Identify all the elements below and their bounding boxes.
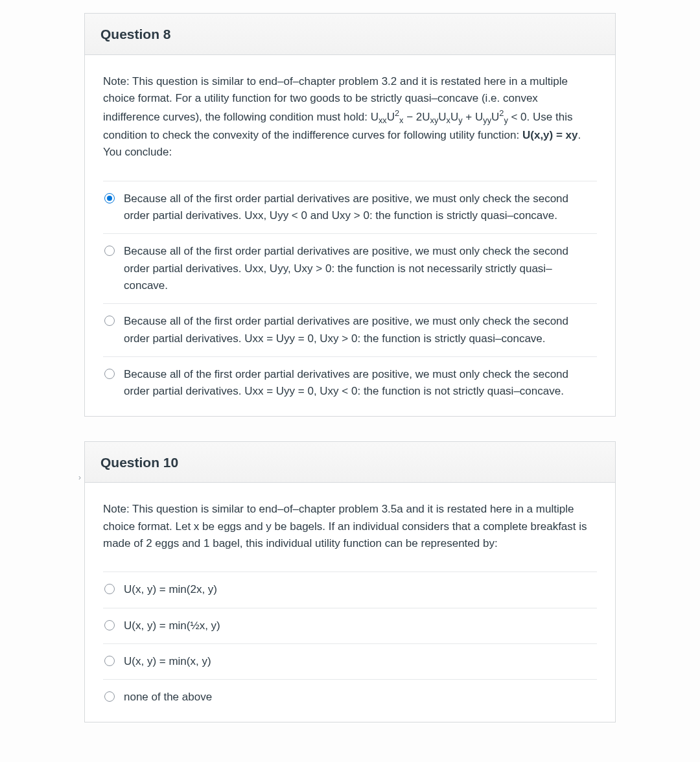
answer-options: U(x, y) = min(2x, y) U(x, y) = min(½x, y… bbox=[103, 572, 597, 715]
question-wrap-10: › Question 10 Note: This question is sim… bbox=[75, 441, 625, 722]
option-label: none of the above bbox=[124, 689, 593, 706]
question-card-8: Question 8 Note: This question is simila… bbox=[84, 13, 616, 417]
radio-icon[interactable] bbox=[104, 584, 115, 594]
question-prompt: Note: This question is similar to end–of… bbox=[103, 73, 597, 161]
answer-options: Because all of the first order partial d… bbox=[103, 181, 597, 410]
radio-icon[interactable] bbox=[104, 316, 115, 326]
option-label: U(x, y) = min(½x, y) bbox=[124, 618, 593, 634]
answer-option[interactable]: Because all of the first order partial d… bbox=[103, 357, 597, 410]
answer-option[interactable]: Because all of the first order partial d… bbox=[103, 304, 597, 357]
answer-option[interactable]: U(x, y) = min(x, y) bbox=[103, 644, 597, 680]
answer-option[interactable]: Because all of the first order partial d… bbox=[103, 234, 597, 304]
question-prompt: Note: This question is similar to end–of… bbox=[103, 501, 597, 552]
radio-icon[interactable] bbox=[104, 193, 115, 203]
option-label: Because all of the first order partial d… bbox=[124, 366, 593, 400]
question-title: Question 8 bbox=[85, 14, 615, 55]
question-title: Question 10 bbox=[85, 442, 615, 483]
option-label: Because all of the first order partial d… bbox=[124, 243, 593, 294]
question-body: Note: This question is similar to end–of… bbox=[85, 483, 615, 721]
radio-icon[interactable] bbox=[104, 620, 115, 630]
answer-option[interactable]: U(x, y) = min(2x, y) bbox=[103, 572, 597, 608]
answer-option[interactable]: none of the above bbox=[103, 680, 597, 715]
radio-icon[interactable] bbox=[104, 691, 115, 702]
drag-handle-icon[interactable]: › bbox=[75, 458, 84, 497]
option-label: U(x, y) = min(2x, y) bbox=[124, 581, 593, 598]
option-label: Because all of the first order partial d… bbox=[124, 313, 593, 347]
radio-icon[interactable] bbox=[104, 246, 115, 256]
answer-option[interactable]: U(x, y) = min(½x, y) bbox=[103, 608, 597, 644]
option-label: Because all of the first order partial d… bbox=[124, 190, 593, 225]
option-label: U(x, y) = min(x, y) bbox=[124, 653, 593, 670]
radio-icon[interactable] bbox=[104, 369, 115, 379]
question-card-10: Question 10 Note: This question is simil… bbox=[84, 441, 616, 722]
answer-option[interactable]: Because all of the first order partial d… bbox=[103, 181, 597, 235]
radio-icon[interactable] bbox=[104, 656, 115, 666]
question-body: Note: This question is similar to end–of… bbox=[85, 55, 615, 416]
